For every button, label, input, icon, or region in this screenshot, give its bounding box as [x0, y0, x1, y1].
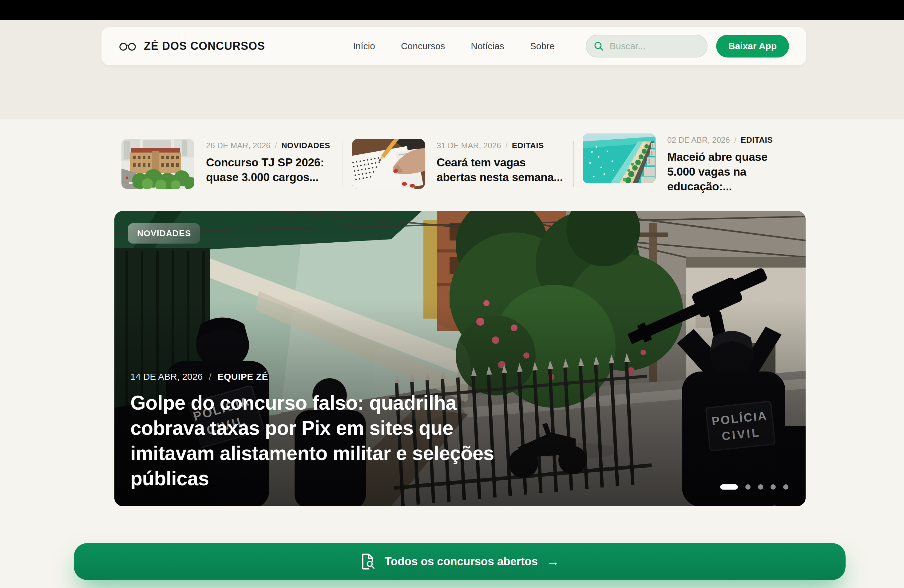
carousel-dot[interactable]: [758, 484, 763, 490]
site-header: ZÉ DOS CONCURSOS Início Concursos Notíci…: [101, 27, 806, 65]
top-stories-row: 26 DE MAR, 2026 / NOVIDADES Concurso TJ …: [122, 138, 795, 189]
glasses-icon: [119, 40, 138, 52]
story-category: NOVIDADES: [281, 141, 330, 150]
carousel-dots: [720, 484, 789, 490]
stories-divider: [343, 141, 343, 187]
meta-separator: /: [734, 135, 736, 145]
story-title: Maceió abre quase 5.000 vagas na educaçã…: [667, 150, 795, 194]
story-date: 31 DE MAR, 2026: [437, 141, 501, 150]
nav-item-inicio[interactable]: Início: [353, 41, 375, 51]
hero-content: 14 DE ABR, 2026 / EQUIPE ZÉ Golpe do con…: [130, 371, 499, 492]
header-actions: Baixar App: [586, 35, 789, 57]
hero-author: EQUIPE ZÉ: [218, 371, 269, 382]
story-thumbnail-answer-sheet: [352, 139, 425, 189]
meta-separator: /: [209, 371, 211, 382]
download-app-button[interactable]: Baixar App: [716, 35, 789, 57]
document-search-icon: [360, 553, 376, 570]
story-card[interactable]: 02 DE ABR, 2026 / EDITAIS Maceió abre qu…: [583, 133, 795, 194]
hero-meta: 14 DE ABR, 2026 / EQUIPE ZÉ: [130, 371, 499, 382]
story-thumbnail-courthouse: [122, 139, 194, 189]
meta-separator: /: [506, 141, 508, 150]
story-body: 02 DE ABR, 2026 / EDITAIS Maceió abre qu…: [667, 133, 795, 194]
carousel-dot[interactable]: [745, 484, 751, 490]
carousel-dot-active[interactable]: [720, 484, 738, 490]
nav-item-noticias[interactable]: Notícias: [471, 41, 504, 51]
story-body: 31 DE MAR, 2026 / EDITAIS Ceará tem vaga…: [437, 139, 564, 189]
brand-name: ZÉ DOS CONCURSOS: [144, 40, 265, 52]
story-title: Concurso TJ SP 2026: quase 3.000 cargos.…: [206, 155, 333, 185]
hero-date: 14 DE ABR, 2026: [130, 371, 202, 382]
search-icon: [593, 41, 604, 52]
story-thumbnail-beach: [583, 133, 656, 183]
stories-divider: [573, 141, 574, 187]
search-box: [586, 35, 708, 57]
carousel-dot[interactable]: [783, 484, 789, 490]
top-black-bar: [0, 0, 904, 20]
arrow-right-icon: →: [547, 555, 559, 568]
search-input[interactable]: [609, 41, 700, 52]
all-open-contests-button[interactable]: Todos os concursos abertos →: [74, 543, 846, 580]
story-date: 02 DE ABR, 2026: [667, 135, 730, 145]
story-date: 26 DE MAR, 2026: [206, 141, 270, 150]
hero-carousel-slide[interactable]: POLÍCIA CIVIL POLÍCIA CIVIL: [114, 211, 806, 506]
story-meta: 02 DE ABR, 2026 / EDITAIS: [667, 135, 795, 145]
story-card[interactable]: 26 DE MAR, 2026 / NOVIDADES Concurso TJ …: [122, 139, 333, 189]
story-category: EDITAIS: [512, 141, 544, 150]
nav-item-concursos[interactable]: Concursos: [401, 41, 445, 51]
hero-title: Golpe do concurso falso: quadrilha cobra…: [130, 390, 499, 492]
carousel-dot[interactable]: [771, 484, 776, 490]
story-category: EDITAIS: [741, 135, 773, 145]
story-card[interactable]: 31 DE MAR, 2026 / EDITAIS Ceará tem vaga…: [352, 139, 564, 189]
main-nav: Início Concursos Notícias Sobre: [353, 41, 555, 51]
story-title: Ceará tem vagas abertas nesta semana...: [437, 155, 564, 185]
meta-separator: /: [275, 141, 277, 150]
hero-category-badge: NOVIDADES: [128, 223, 200, 243]
brand-logo[interactable]: ZÉ DOS CONCURSOS: [119, 40, 265, 52]
story-body: 26 DE MAR, 2026 / NOVIDADES Concurso TJ …: [206, 139, 333, 189]
cta-label: Todos os concursos abertos: [385, 555, 538, 568]
nav-item-sobre[interactable]: Sobre: [530, 41, 555, 51]
story-meta: 31 DE MAR, 2026 / EDITAIS: [437, 141, 564, 150]
story-meta: 26 DE MAR, 2026 / NOVIDADES: [206, 141, 333, 150]
